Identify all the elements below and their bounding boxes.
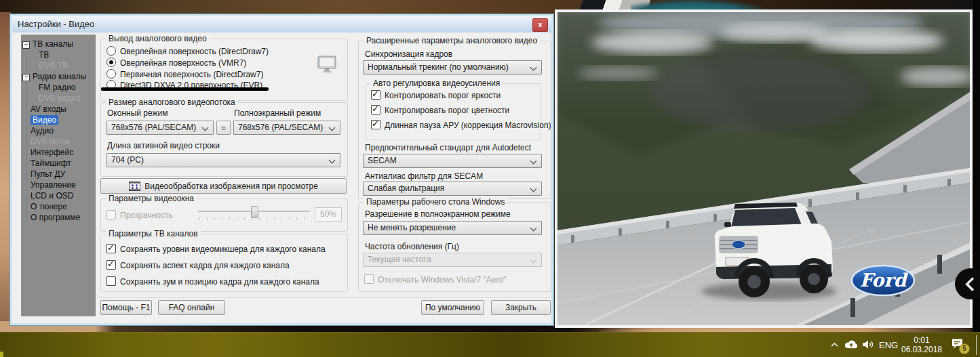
checkbox-icon — [106, 260, 116, 270]
standard-select[interactable]: SECAM — [363, 154, 542, 168]
line-length-label: Длина активной видео строки — [107, 141, 220, 150]
slider-ticks — [199, 217, 309, 220]
refresh-rate-select: Текущая частота — [363, 253, 542, 267]
sidebar-item-about-program[interactable]: О программе — [21, 212, 96, 223]
tray-expand-icon[interactable] — [830, 342, 839, 348]
strikeout-line — [101, 87, 269, 91]
antialias-label: Антиалиас фильтр для SECAM — [365, 171, 483, 181]
radio-primary-directdraw7[interactable]: Первичная поверхность (DirectDraw7) — [106, 69, 263, 79]
group-video-output-title: Вывод аналогового видео — [106, 34, 210, 43]
svg-text:Ford: Ford — [860, 270, 909, 291]
speaker-icon[interactable] — [862, 339, 875, 350]
chevron-down-icon — [530, 225, 537, 232]
sidebar-item-video[interactable]: Видео — [21, 114, 96, 125]
sidebar-item-tv-channels[interactable]: −ТВ каналы — [21, 39, 96, 49]
chevron-left-icon — [965, 277, 979, 291]
chevron-down-icon — [530, 257, 537, 264]
video-player-window[interactable]: Ford — [555, 9, 973, 328]
chevron-down-icon — [329, 157, 336, 164]
defaults-button[interactable]: По умолчанию — [421, 300, 484, 315]
antialias-select[interactable]: Слабая фильтрация — [363, 182, 542, 196]
agc-brightness-checkbox[interactable]: Контролировать порог яркости — [371, 90, 501, 100]
collapse-icon[interactable]: − — [22, 74, 30, 81]
clock[interactable]: 0:01 06.03.2018 — [899, 335, 944, 354]
radio-icon — [106, 46, 116, 56]
group-agc: Авто регулировка видеоусиления Контролир… — [365, 83, 541, 140]
help-button[interactable]: Помощь - F1 — [100, 300, 152, 315]
standard-label: Предпочтительный стандарт для Autodetect — [365, 143, 531, 152]
radio-overlay-vmr7[interactable]: Оверлейная поверхность (VMR7) — [106, 58, 246, 68]
close-window-button[interactable]: x — [532, 18, 548, 32]
sidebar-item-interface[interactable]: Интерфейс — [21, 147, 96, 158]
checkbox-icon — [364, 274, 374, 284]
group-tv-params: Параметры ТВ каналов Сохранять уровни ви… — [100, 234, 348, 292]
checkbox-icon — [371, 90, 380, 100]
frame-sync-select[interactable]: Нормальный трекинг (по умолчанию) — [363, 60, 542, 75]
radio-icon — [106, 69, 116, 79]
keep-mixer-levels-checkbox[interactable]: Сохранять уровни видеомикшера для каждог… — [106, 244, 326, 254]
sidebar-item-timeshift[interactable]: Таймшифт — [21, 158, 96, 169]
checkbox-icon — [106, 244, 116, 253]
video-scene: Ford — [557, 12, 970, 325]
collapse-icon[interactable]: − — [22, 41, 30, 49]
transparency-slider[interactable] — [198, 206, 310, 221]
clock-date: 06.03.2018 — [899, 345, 944, 354]
ford-logo: Ford — [852, 266, 914, 295]
radio-overlay-directdraw7[interactable]: Оверлейная поверхность (DirectDraw7) — [106, 46, 269, 56]
notification-icon[interactable]: 5 — [951, 338, 966, 352]
chevron-down-icon — [329, 125, 336, 131]
equals-button[interactable]: = — [216, 121, 231, 135]
group-tv-params-title: Параметры ТВ каналов — [106, 229, 201, 238]
sidebar-item-audio[interactable]: Аудио — [21, 125, 96, 136]
sidebar-item-tv[interactable]: ТВ — [21, 49, 96, 60]
agc-long-pause-checkbox[interactable]: Длинная пауза АРУ (коррекция Macrovision… — [371, 120, 551, 130]
sidebar-item-lcd-osd[interactable]: LCD и OSD — [21, 190, 96, 201]
taskbar: ENG 0:01 06.03.2018 5 — [0, 332, 980, 357]
monitor-icon — [317, 55, 337, 74]
onedrive-cloud-icon[interactable] — [844, 339, 859, 350]
show-desktop-divider[interactable] — [976, 335, 977, 355]
slider-thumb[interactable] — [251, 206, 258, 218]
checkbox-icon — [371, 120, 380, 129]
sidebar-item-about-tuner[interactable]: О тюнере — [21, 201, 96, 212]
keep-aspect-checkbox[interactable]: Сохранять аспект кадра для каждого канал… — [106, 260, 290, 270]
frame-sync-label: Синхронизация кадров — [365, 49, 452, 59]
chevron-down-icon — [530, 186, 537, 192]
sidebar-item-radio-channels[interactable]: −Радио каналы — [21, 71, 96, 82]
line-length-select[interactable]: 704 (PC) — [106, 153, 340, 167]
video-processing-button[interactable]: Видеообработка изображения при просмотре — [100, 178, 347, 194]
sidebar-item-fm-radio[interactable]: FM радио — [21, 82, 96, 93]
sidebar-item-dvb-radio: DVB радио — [21, 93, 96, 104]
sidebar-item-dvb-tv: DVB ТВ — [21, 60, 96, 71]
fullscreen-mode-select[interactable]: 768x576 (PAL/SECAM) — [233, 121, 340, 135]
disable-aero-checkbox: Отключать Windows Vista/7 "Aero" — [364, 274, 506, 285]
resolution-select[interactable]: Не менять разрешение — [363, 221, 542, 235]
sidebar-item-remote[interactable]: Пульт ДУ — [21, 169, 96, 180]
group-desktop-params: Параметры рабочего стола Windows Разреше… — [358, 202, 551, 292]
keep-zoom-checkbox[interactable]: Сохранять зум и позицию кадра для каждог… — [106, 276, 319, 287]
checkbox-icon — [371, 105, 380, 114]
language-indicator[interactable]: ENG — [879, 340, 898, 350]
title-bar[interactable]: Настройки - Видео — [12, 16, 551, 33]
resolution-label: Разрешение в полноэкранном режиме — [365, 209, 511, 219]
transparency-value: 50% — [315, 207, 342, 222]
group-stream-size: Размер аналогового видеопотока Оконный р… — [100, 102, 348, 177]
window-mode-select[interactable]: 768x576 (PAL/SECAM) — [106, 121, 214, 135]
sidebar-item-control[interactable]: Управление — [21, 180, 96, 190]
close-icon: x — [538, 20, 542, 28]
footer-separator — [98, 297, 550, 298]
close-dialog-button[interactable]: Закрыть — [491, 300, 551, 315]
radio-icon — [106, 58, 116, 67]
agc-chroma-checkbox[interactable]: Контролировать порог цветности — [371, 105, 509, 115]
chevron-down-icon — [530, 64, 537, 71]
faq-button[interactable]: FAQ онлайн — [158, 300, 225, 315]
checkbox-icon — [106, 276, 116, 286]
sidebar-item-av-inputs[interactable]: AV входы — [21, 104, 96, 114]
group-agc-title: Авто регулировка видеоусиления — [370, 79, 503, 88]
window-title: Настройки - Видео — [18, 19, 94, 29]
screen: Настройки - Видео x −ТВ каналы ТВ DVB ТВ… — [0, 0, 980, 357]
transparency-checkbox[interactable]: Прозрачность — [106, 210, 173, 220]
clock-time: 0:01 — [899, 335, 944, 345]
group-video-window: Параметры видеоокна Прозрачность 50% — [100, 198, 348, 232]
group-stream-size-title: Размер аналогового видеопотока — [106, 98, 238, 107]
